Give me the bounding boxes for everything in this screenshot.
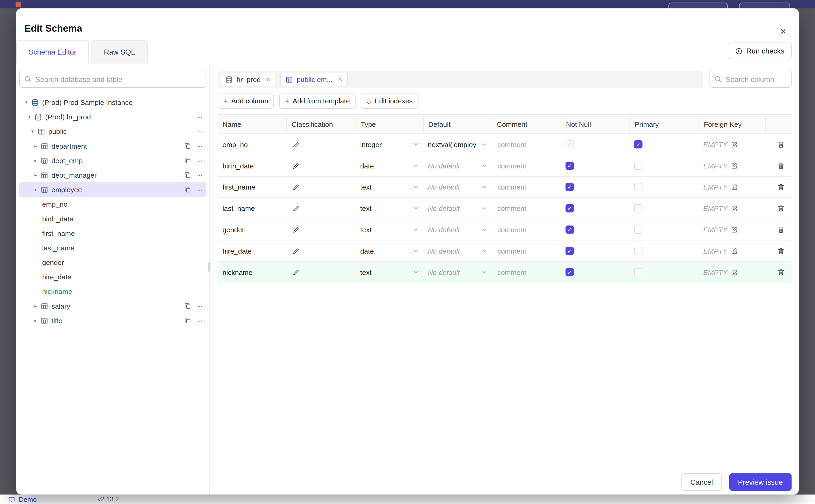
edit-foreign-key-icon[interactable] [730, 225, 739, 234]
close-icon[interactable]: ✕ [338, 76, 342, 83]
tree-item-prod-prod-sample-instance[interactable]: ▾(Prod) Prod Sample Instance [19, 95, 206, 110]
edit-foreign-key-icon[interactable] [730, 204, 739, 212]
edit-indexes-button[interactable]: ◇ Edit indexes [361, 94, 418, 109]
tree-item-dept_manager[interactable]: ▸dept_manager⋯ [19, 168, 206, 182]
primary-checkbox[interactable] [634, 268, 643, 277]
tree-item-title[interactable]: ▸title⋯ [19, 313, 206, 328]
comment-input[interactable] [497, 204, 551, 213]
default-select[interactable]: No default [423, 204, 492, 212]
primary-checkbox[interactable] [634, 204, 643, 212]
primary-checkbox[interactable] [634, 162, 643, 170]
tree-scrollbar-thumb[interactable] [208, 262, 210, 272]
tree-item-nickname[interactable]: nickname [19, 284, 206, 299]
type-select[interactable]: date [355, 162, 423, 170]
delete-column-icon[interactable] [776, 246, 786, 256]
tree-item-emp_no[interactable]: emp_no [19, 197, 206, 211]
default-select[interactable]: No default [423, 162, 492, 170]
more-options-icon[interactable]: ⋯ [196, 113, 203, 121]
close-icon[interactable]: ✕ [266, 76, 271, 83]
add-from-template-button[interactable]: + Add from template [279, 94, 355, 109]
primary-checkbox[interactable] [634, 247, 643, 255]
add-column-button[interactable]: + Add column [218, 94, 274, 109]
chevron-down-icon[interactable]: ▾ [32, 187, 40, 192]
chevron-right-icon[interactable]: ▸ [32, 172, 40, 178]
copy-icon[interactable] [184, 302, 191, 310]
column-name-cell[interactable]: gender [218, 226, 286, 234]
not-null-checkbox[interactable]: ✓ [566, 268, 574, 277]
default-select[interactable]: nextval('employ [423, 140, 492, 148]
type-select[interactable]: text [355, 226, 423, 234]
more-options-icon[interactable]: ⋯ [196, 171, 203, 179]
chevron-down-icon[interactable]: ▾ [22, 100, 30, 105]
default-select[interactable]: No default [423, 268, 492, 276]
copy-icon[interactable] [184, 157, 191, 164]
column-name-cell[interactable]: birth_date [218, 162, 286, 170]
cancel-button[interactable]: Cancel [682, 473, 722, 491]
comment-input[interactable] [497, 268, 551, 277]
type-select[interactable]: integer [355, 140, 423, 148]
tree-item-last_name[interactable]: last_name [19, 240, 206, 255]
delete-column-icon[interactable] [776, 225, 786, 234]
delete-column-icon[interactable] [776, 161, 786, 171]
tree-item-salary[interactable]: ▸salary⋯ [19, 299, 206, 313]
classification-pencil-icon[interactable] [291, 203, 301, 213]
comment-input[interactable] [497, 161, 551, 170]
chevron-down-icon[interactable]: ▾ [28, 129, 36, 134]
primary-checkbox[interactable]: ✓ [634, 140, 643, 149]
comment-input[interactable] [497, 140, 551, 149]
classification-pencil-icon[interactable] [291, 246, 301, 256]
edit-foreign-key-icon[interactable] [730, 162, 739, 170]
comment-input[interactable] [497, 183, 551, 192]
comment-input[interactable] [497, 246, 551, 255]
more-options-icon[interactable]: ⋯ [196, 128, 203, 135]
default-select[interactable]: No default [423, 247, 492, 255]
chevron-right-icon[interactable]: ▸ [32, 158, 40, 163]
more-options-icon[interactable]: ⋯ [196, 142, 203, 150]
more-options-icon[interactable]: ⋯ [196, 186, 203, 194]
default-select[interactable]: No default [423, 183, 492, 191]
tree-item-first_name[interactable]: first_name [19, 226, 206, 240]
primary-checkbox[interactable] [634, 225, 643, 234]
not-null-checkbox[interactable]: ✓ [566, 225, 574, 234]
primary-checkbox[interactable] [634, 183, 643, 191]
close-icon[interactable]: ✕ [778, 25, 789, 38]
tab-chip-public-employee[interactable]: public.em... ✕ [280, 73, 348, 86]
not-null-checkbox[interactable]: ✓ [566, 162, 574, 170]
type-select[interactable]: text [355, 204, 423, 212]
classification-pencil-icon[interactable] [291, 161, 301, 171]
type-select[interactable]: text [355, 268, 423, 276]
tree-item-birth_date[interactable]: birth_date [19, 211, 206, 226]
demo-link[interactable]: Demo [19, 495, 37, 503]
tree-item-public[interactable]: ▾public⋯ [19, 124, 206, 139]
column-name-cell[interactable]: nickname [218, 268, 286, 276]
chevron-right-icon[interactable]: ▸ [32, 303, 40, 309]
tree-item-employee[interactable]: ▾employee⋯ [19, 182, 206, 197]
more-options-icon[interactable]: ⋯ [196, 317, 203, 324]
chevron-right-icon[interactable]: ▸ [32, 318, 40, 323]
copy-icon[interactable] [184, 171, 191, 179]
classification-pencil-icon[interactable] [291, 267, 301, 277]
tree-item-gender[interactable]: gender [19, 255, 206, 270]
database-search-input[interactable] [19, 71, 206, 88]
column-name-cell[interactable]: hire_date [218, 247, 286, 255]
chevron-down-icon[interactable]: ▾ [26, 114, 33, 120]
classification-pencil-icon[interactable] [291, 182, 301, 192]
not-null-checkbox[interactable]: ✓ [566, 247, 574, 255]
delete-column-icon[interactable] [776, 182, 786, 192]
more-options-icon[interactable]: ⋯ [196, 302, 203, 310]
tab-raw-sql[interactable]: Raw SQL [91, 40, 148, 64]
column-name-cell[interactable]: last_name [218, 204, 286, 212]
type-select[interactable]: text [355, 183, 423, 191]
column-name-cell[interactable]: emp_no [218, 140, 286, 148]
tab-schema-editor[interactable]: Schema Editor [16, 40, 89, 64]
tree-item-prod-hr_prod[interactable]: ▾(Prod) hr_prod⋯ [19, 110, 206, 124]
edit-foreign-key-icon[interactable] [730, 268, 739, 277]
edit-foreign-key-icon[interactable] [730, 183, 739, 191]
classification-pencil-icon[interactable] [291, 139, 301, 149]
copy-icon[interactable] [184, 317, 191, 324]
copy-icon[interactable] [184, 142, 191, 150]
tab-chip-hr-prod[interactable]: hr_prod ✕ [220, 73, 276, 86]
default-select[interactable]: No default [423, 226, 492, 234]
comment-input[interactable] [497, 225, 551, 234]
edit-foreign-key-icon[interactable] [730, 247, 739, 255]
